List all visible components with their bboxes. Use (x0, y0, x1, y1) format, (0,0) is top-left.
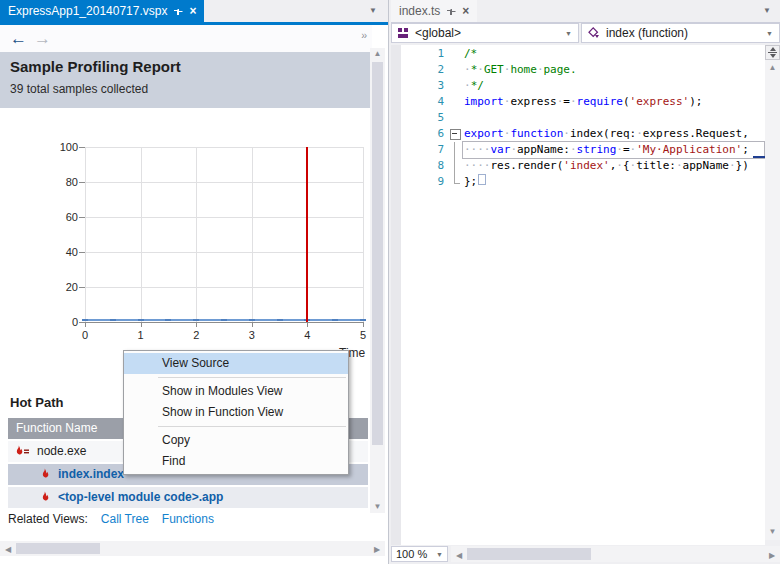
y-axis-tick-label: 20 (40, 281, 78, 293)
hot-path-root-flame-icon (14, 445, 30, 458)
data-point-dash (165, 319, 171, 321)
code-text: ····var·appName:·string·=·'My·Applicatio… (464, 142, 749, 158)
spike-marker-line (306, 147, 308, 322)
report-subtitle: 39 total samples collected (10, 82, 148, 96)
pin-icon[interactable] (446, 6, 456, 16)
code-line[interactable]: 5 (391, 110, 765, 126)
fold-guide (449, 62, 461, 78)
pin-icon[interactable] (173, 6, 183, 16)
scope-dropdown[interactable]: <global> ▼ (391, 23, 579, 43)
right-tab-bar: index.ts × ▼ (391, 0, 780, 22)
tab-profiling-report[interactable]: ExpressApp1_20140717.vspx × (0, 0, 204, 22)
menu-item[interactable]: Copy (124, 430, 348, 451)
tab-title: index.ts (399, 4, 440, 18)
fold-guide (449, 174, 461, 190)
chevron-down-icon[interactable]: ▼ (436, 551, 443, 558)
profiler-report-pane: ExpressApp1_20140717.vspx × ▼ ← → ›› Sam… (0, 0, 389, 564)
scope-dropdown-value: <global> (415, 26, 461, 40)
fold-guide (449, 78, 461, 94)
fold-guide (449, 142, 461, 158)
code-line[interactable]: 2·*·GET·home·page. (391, 62, 765, 78)
scrollbar-thumb[interactable] (372, 62, 383, 445)
back-icon[interactable]: ← (10, 25, 27, 52)
y-axis-tick-label: 100 (40, 141, 78, 153)
hot-path-function-name[interactable]: node.exe (37, 441, 86, 462)
left-vertical-scrollbar[interactable]: ▲ ▼ (370, 48, 385, 513)
menu-item[interactable]: View Source (124, 353, 348, 374)
hot-path-function-name[interactable]: <top-level module code>.app (58, 487, 223, 508)
code-line[interactable]: 7····var·appName:·string·=·'My·Applicati… (391, 142, 765, 158)
hot-path-row[interactable]: <top-level module code>.app (8, 487, 368, 508)
scrollbar-thumb[interactable] (467, 548, 591, 560)
scroll-right-icon[interactable]: ▶ (766, 550, 778, 562)
global-scope-icon (398, 28, 409, 39)
toolbar-overflow-icon[interactable]: ›› (361, 30, 366, 41)
data-point-dash (82, 319, 88, 321)
chevron-down-icon[interactable]: ▼ (766, 30, 773, 37)
fold-guide (449, 94, 461, 110)
chevron-down-icon[interactable]: ▼ (565, 30, 572, 37)
editor-bottom-bar: 100 % ▼ ◀ ▶ (391, 546, 780, 564)
member-dropdown[interactable]: index (function) ▼ (581, 23, 780, 43)
data-point-dash (193, 319, 199, 321)
code-line[interactable]: 6export·function·index(req:·express.Requ… (391, 126, 765, 142)
scrollbar-thumb[interactable] (16, 543, 100, 554)
gridline (85, 287, 363, 288)
left-horizontal-scrollbar[interactable]: ◀ ▶ (0, 541, 385, 556)
y-axis-tick-label: 0 (40, 316, 78, 328)
editor-horizontal-scrollbar[interactable]: ◀ ▶ (451, 546, 780, 562)
menu-item[interactable]: Show in Modules View (124, 381, 348, 402)
hot-path-title: Hot Path (10, 395, 63, 410)
code-editor-pane: index.ts × ▼ <global> ▼ index (function)… (391, 0, 780, 564)
menu-item[interactable]: Show in Function View (124, 402, 348, 423)
gridline (85, 322, 363, 323)
code-line[interactable]: 9}; (391, 174, 765, 190)
y-axis-tick-label: 40 (40, 246, 78, 258)
gridline (85, 147, 363, 148)
scroll-down-icon[interactable]: ▼ (370, 501, 385, 513)
code-line[interactable]: 3·*/ (391, 78, 765, 94)
tab-group-dropdown-icon[interactable]: ▼ (763, 6, 771, 15)
code-line[interactable]: 8····res.render('index',·{·title:·appNam… (391, 158, 765, 174)
close-icon[interactable]: × (462, 5, 469, 17)
menu-separator (158, 377, 346, 378)
code-text: import·express·=·require('express'); (464, 94, 702, 110)
scroll-left-icon[interactable]: ◀ (2, 544, 14, 556)
x-axis-tick-label: 5 (355, 329, 371, 341)
close-icon[interactable]: × (189, 5, 196, 17)
code-text: /* (464, 46, 477, 62)
caret (753, 156, 765, 158)
scroll-right-icon[interactable]: ▶ (371, 544, 383, 556)
code-line[interactable]: 1/* (391, 46, 765, 62)
collapse-region-icon[interactable] (449, 126, 461, 142)
hot-path-function-name[interactable]: index.index (58, 464, 124, 485)
context-menu: View SourceShow in Modules ViewShow in F… (123, 350, 349, 475)
gridline (141, 147, 142, 322)
scroll-up-icon[interactable]: ▲ (765, 62, 780, 74)
scroll-up-icon[interactable]: ▲ (370, 48, 385, 60)
related-view-link[interactable]: Functions (162, 512, 214, 526)
gridline (307, 147, 308, 322)
tab-group-dropdown-icon[interactable]: ▼ (369, 6, 377, 15)
code-text: ·*/ (464, 78, 484, 94)
menu-item[interactable]: Find (124, 451, 348, 472)
scroll-down-icon[interactable]: ▼ (765, 526, 780, 538)
related-views: Related Views: Call TreeFunctions (8, 512, 214, 526)
data-point-dash (360, 319, 366, 321)
related-views-label: Related Views: (8, 512, 88, 526)
flame-icon (40, 468, 51, 481)
related-view-link[interactable]: Call Tree (101, 512, 149, 526)
fold-guide (449, 110, 461, 126)
x-axis-tick-label: 4 (299, 329, 315, 341)
gridline (252, 147, 253, 322)
zoom-level-dropdown[interactable]: 100 % ▼ (391, 546, 448, 562)
editor-vertical-scrollbar[interactable]: ▲ ▼ (765, 60, 780, 540)
editor-split-handle-icon[interactable] (765, 45, 780, 60)
code-editor[interactable]: 1/*2·*·GET·home·page.3·*/4import·express… (391, 45, 765, 545)
eof-marker-icon (478, 174, 486, 185)
scroll-left-icon[interactable]: ◀ (453, 550, 465, 562)
tab-index-ts[interactable]: index.ts × (391, 0, 477, 22)
x-axis-tick-label: 3 (244, 329, 260, 341)
code-line[interactable]: 4import·express·=·require('express'); (391, 94, 765, 110)
fold-guide (449, 46, 461, 62)
